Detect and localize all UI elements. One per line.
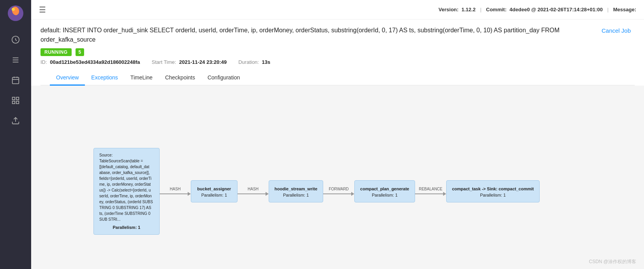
job-actions: default: INSERT INTO order_hudi_sink SEL… <box>40 26 635 44</box>
source-parallelism: Parallelism: 1 <box>99 225 154 230</box>
compact-task-parallelism: Parallelism: 1 <box>452 192 534 198</box>
flow-diagram: Source: TableSourceScan(table =[[default… <box>93 148 540 235</box>
sidebar-item-calendar[interactable] <box>8 72 23 88</box>
svg-line-5 <box>16 40 17 41</box>
commit-value: 4dedee0 @ 2021-02-26T17:14:28+01:00 <box>510 7 603 12</box>
version-label: Version: <box>438 7 458 12</box>
job-meta: ID: 00ad121be53ed4334a92d186002248fa Sta… <box>40 59 635 65</box>
arrow-label-forward: FORWARD <box>329 187 348 191</box>
arrow-forward: FORWARD <box>323 187 354 196</box>
arrow-line-4 <box>415 192 446 196</box>
status-badge: RUNNING <box>40 48 72 56</box>
tab-timeline[interactable]: TimeLine <box>124 70 159 86</box>
bucket-assigner-parallelism: Parallelism: 1 <box>197 192 232 198</box>
cancel-job-button[interactable]: Cancel Job <box>602 27 635 34</box>
svg-rect-14 <box>16 97 19 100</box>
job-title: default: INSERT INTO order_hudi_sink SEL… <box>40 26 586 44</box>
job-header: default: INSERT INTO order_hudi_sink SEL… <box>31 19 644 86</box>
tab-configuration[interactable]: Configuration <box>201 70 246 86</box>
separator2: | <box>607 7 609 12</box>
svg-rect-13 <box>12 97 15 100</box>
menu-icon[interactable]: ☰ <box>39 5 46 14</box>
watermark: CSDN @涂作权的博客 <box>589 258 636 265</box>
arrow-label-hash-1: HASH <box>170 187 181 191</box>
commit-label: Commit: <box>486 7 507 12</box>
tabs: Overview Exceptions TimeLine Checkpoints… <box>40 70 635 86</box>
arrow-rebalance: REBALANCE <box>415 187 446 196</box>
tab-overview[interactable]: Overview <box>50 70 85 86</box>
arrow-line-1 <box>160 192 191 196</box>
flow-node-hoodie-stream-write: hoodie_stream_write Parallelism: 1 <box>269 180 323 202</box>
logo <box>7 5 24 22</box>
arrow-label-hash-2: HASH <box>248 187 259 191</box>
arrow-line-3 <box>323 192 354 196</box>
arrow-hash-2: HASH <box>238 187 269 196</box>
duration: Duration: 13s <box>238 59 270 65</box>
main-content: ☰ Version: 1.12.2 | Commit: 4dedee0 @ 20… <box>31 0 644 269</box>
diagram-area: Source: TableSourceScan(table =[[default… <box>31 86 644 269</box>
source-text: Source: TableSourceScan(table =[[default… <box>99 153 153 222</box>
version-info: Version: 1.12.2 | Commit: 4dedee0 @ 2021… <box>438 7 636 12</box>
tab-exceptions[interactable]: Exceptions <box>85 70 124 86</box>
tab-checkpoints[interactable]: Checkpoints <box>159 70 201 86</box>
version-value: 1.12.2 <box>461 7 475 12</box>
sidebar-item-grid[interactable] <box>8 93 23 108</box>
start-time: Start Time: 2021-11-24 23:20:49 <box>152 59 227 65</box>
message-label: Message: <box>613 7 636 12</box>
sidebar-item-list[interactable] <box>8 52 23 68</box>
arrow-line-2 <box>238 192 269 196</box>
flow-node-compact-plan: compact_plan_generate Parallelism: 1 <box>354 180 415 202</box>
compact-plan-parallelism: Parallelism: 1 <box>360 192 409 198</box>
hoodie-stream-write-title: hoodie_stream_write <box>274 186 317 192</box>
arrow-label-rebalance: REBALANCE <box>419 187 443 191</box>
sidebar-item-dashboard[interactable] <box>8 32 23 47</box>
count-badge: 5 <box>76 48 84 56</box>
compact-plan-title: compact_plan_generate <box>360 186 409 192</box>
hoodie-stream-write-parallelism: Parallelism: 1 <box>274 192 317 198</box>
job-status-row: RUNNING 5 <box>40 48 635 56</box>
content-area: default: INSERT INTO order_hudi_sink SEL… <box>31 19 644 269</box>
flow-node-bucket-assigner: bucket_assigner Parallelism: 1 <box>191 180 238 202</box>
svg-rect-15 <box>12 101 15 104</box>
svg-rect-16 <box>16 101 19 104</box>
svg-point-2 <box>12 8 15 11</box>
flow-node-compact-task: compact_task -> Sink: compact_commit Par… <box>446 180 540 202</box>
id-label: ID: 00ad121be53ed4334a92d186002248fa <box>40 59 140 65</box>
separator1: | <box>480 7 482 12</box>
svg-rect-9 <box>12 77 19 84</box>
sidebar-item-upload[interactable] <box>8 113 23 128</box>
topbar: ☰ Version: 1.12.2 | Commit: 4dedee0 @ 20… <box>31 0 644 19</box>
flow-node-source: Source: TableSourceScan(table =[[default… <box>93 148 160 235</box>
arrow-hash-1: HASH <box>160 187 191 196</box>
sidebar <box>0 0 31 269</box>
compact-task-title: compact_task -> Sink: compact_commit <box>452 186 534 192</box>
bucket-assigner-title: bucket_assigner <box>197 186 232 192</box>
